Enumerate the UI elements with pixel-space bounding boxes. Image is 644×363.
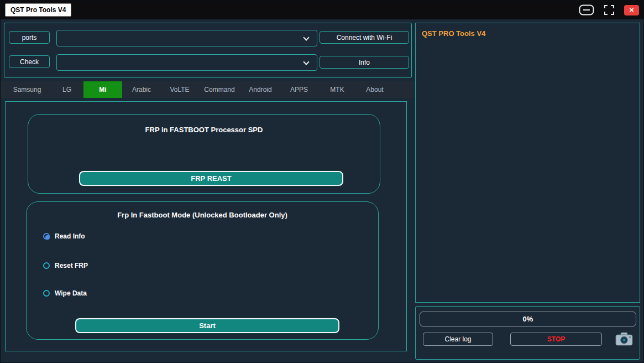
start-button[interactable]: Start [75,318,339,333]
maximize-icon [604,5,614,15]
progress-label: 0% [523,315,533,323]
radio-unselected-icon [43,290,50,297]
progress-group: 0% Clear log STOP [415,306,640,360]
connect-wifi-button[interactable]: Connect with Wi-Fi [320,31,409,44]
group-title: FRP in FASTBOOT Processor SPD [28,126,380,134]
tab-bar: Samsung LG Mi Arabic VoLTE Command Andro… [1,81,414,98]
frp-fastboot-spd-group: FRP in FASTBOOT Processor SPD FRP REAST [28,114,380,194]
log-header: QST PRO Tools V4 [422,29,640,38]
tab-volte[interactable]: VoLTE [161,81,198,98]
frp-fastboot-mode-group: Frp In Fastboot Mode (Unlocked Bootloade… [26,201,379,340]
titlebar: QST Pro Tools V4 ✕ [1,1,643,19]
radio-unselected-icon [43,262,50,269]
tab-arabic[interactable]: Arabic [122,81,161,98]
tab-mi[interactable]: Mi [83,81,122,98]
check-button[interactable]: Check [9,55,50,68]
radio-wipe-data[interactable]: Wipe Data [43,289,87,297]
radio-read-info[interactable]: Read Info [43,232,85,240]
close-icon: ✕ [629,7,634,13]
radio-label: Wipe Data [55,289,87,297]
minimize-button[interactable] [579,4,594,15]
tab-samsung[interactable]: Samsung [4,81,50,98]
tab-android[interactable]: Android [240,81,280,98]
close-button[interactable]: ✕ [624,5,639,15]
mi-tab-panel: FRP in FASTBOOT Processor SPD FRP REAST … [5,101,407,351]
tab-apps[interactable]: APPS [280,81,318,98]
ports-button[interactable]: ports [9,31,50,44]
app-window: QST Pro Tools V4 ✕ ports [0,0,644,363]
log-panel[interactable]: QST PRO Tools V4 [415,23,640,303]
port-combobox[interactable] [56,30,317,46]
main-content: ports Connect with Wi-Fi Check Info Sams… [1,19,643,362]
maximize-button[interactable] [604,5,614,15]
frp-reast-button[interactable]: FRP REAST [79,171,343,186]
stop-button[interactable]: STOP [510,333,602,346]
connection-group: ports Connect with Wi-Fi Check Info [4,23,412,78]
tab-mtk[interactable]: MTK [318,81,357,98]
radio-selected-icon [43,233,50,240]
tab-lg[interactable]: LG [50,81,83,98]
info-button[interactable]: Info [320,56,409,69]
clear-log-button[interactable]: Clear log [423,333,493,346]
screenshot-button[interactable] [612,330,636,349]
progress-bar: 0% [420,312,636,326]
tab-about[interactable]: About [357,81,393,98]
model-combobox[interactable] [56,54,317,71]
chevron-down-icon [303,59,309,65]
group-title: Frp In Fastboot Mode (Unlocked Bootloade… [27,211,378,219]
camera-icon [615,331,633,347]
window-controls: ✕ [579,1,639,19]
radio-label: Read Info [55,232,85,240]
radio-reset-frp[interactable]: Reset FRP [43,262,88,269]
chevron-down-icon [303,34,309,40]
radio-label: Reset FRP [55,262,88,269]
window-title: QST Pro Tools V4 [5,3,71,17]
minimize-icon [579,4,594,15]
tab-command[interactable]: Command [198,81,240,98]
